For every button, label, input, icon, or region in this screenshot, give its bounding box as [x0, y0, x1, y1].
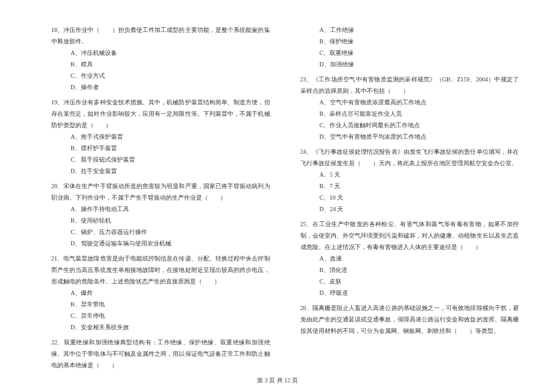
option-b: B、使用砂轮机 [51, 215, 270, 226]
option-b: B、摆杆护手装置 [51, 142, 270, 154]
left-column: 18、冲压作业中（ ）担负着使工件加工成型的主要功能，是整个系统能量的集中释放部… [51, 24, 270, 375]
option-b: B、保护绝缘 [300, 36, 519, 47]
option-a: A、推手式保护装置 [51, 131, 270, 142]
option-c: C、作业方式 [51, 70, 270, 81]
option-d: D、安全相关系统失效 [51, 321, 270, 333]
question-text: 26、隔离栅是阻止人畜进入高速公路的基础设施之一，可有效地排除横向干扰，避免由此… [300, 302, 519, 337]
question-text: 19、冲压作业有多种安全技术措施。其中，机械防护装置结构简单、制造方便，但存在某… [51, 96, 270, 131]
question-text: 21、电气装置故障危害是由于电能或控制信息在传递、分配、转换过程中央去控制而产生… [51, 253, 270, 287]
question-text: 25、在工业生产中散发的各种粉尘、有害气体和蒸气等有毒有害物，如果不加控制，会使… [300, 218, 519, 253]
question-20: 20、宋体在生产中手臂振动所造的危害较为明显和严重，国家已将手臂振动病列为职业病… [51, 180, 270, 249]
option-d: D、呼吸道 [300, 287, 519, 299]
option-d: D、拉手安全装置 [51, 165, 270, 177]
question-21: 21、电气装置故障危害是由于电能或控制信息在传递、分配、转换过程中央去控制而产生… [51, 253, 270, 333]
question-text: 20、宋体在生产中手臂振动所造的危害较为明显和严重，国家已将手臂振动病列为职业病… [51, 180, 270, 203]
question-text: 22、双重绝缘和加强绝缘典型结构有：工作绝缘、保护绝缘、双重绝缘和加强绝缘。其中… [51, 337, 270, 371]
option-c: C、异常停电 [51, 310, 270, 321]
page-footer: 第 3 页 共 12 页 [0, 376, 555, 385]
option-c: C、锅炉、压力容器运行操作 [51, 226, 270, 238]
option-b: B、模具 [51, 58, 270, 70]
option-a: A、5 天 [300, 169, 519, 180]
question-19: 19、冲压作业有多种安全技术措施。其中，机械防护装置结构简单、制造方便，但存在某… [51, 96, 270, 177]
right-column: A、工作绝缘 B、保护绝缘 C、双重绝缘 D、加强绝缘 23、《工作场所空气中有… [300, 24, 519, 375]
option-a: A、爆炸 [51, 287, 270, 299]
option-c: C、10 天 [300, 192, 519, 203]
option-a: A、工作绝缘 [300, 24, 519, 36]
question-23: 23、《工作场所空气中有害物质监测的采样规范》（GB、Z159、2004）中规定… [300, 74, 519, 142]
option-b: B、7 天 [300, 180, 519, 192]
option-a: A、空气中有害物质浓度最高的工作地点 [300, 96, 519, 108]
option-d: D、24 天 [300, 203, 519, 215]
option-d: D、操作者 [51, 81, 270, 93]
question-text: 18、冲压作业中（ ）担负着使工件加工成型的主要功能，是整个系统能量的集中释放部… [51, 24, 270, 47]
option-a: A、血液 [300, 253, 519, 264]
question-26: 26、隔离栅是阻止人畜进入高速公路的基础设施之一，可有效地排除横向干扰，避免由此… [300, 302, 519, 337]
option-c: C、双重绝缘 [300, 47, 519, 58]
option-d: D、驾驶交通运输车辆与使用农业机械 [51, 238, 270, 249]
question-25: 25、在工业生产中散发的各种粉尘、有害气体和蒸气等有毒有害物，如果不加控制，会使… [300, 218, 519, 299]
question-text: 24、《飞行事故征侯处理情况报告表》由发生飞行事故征候的责任单位填写，并在飞行事… [300, 146, 519, 169]
option-c: C、作业人员接触时间最长的工作地点 [300, 119, 519, 131]
document-page: 18、冲压作业中（ ）担负着使工件加工成型的主要功能，是整个系统能量的集中释放部… [0, 0, 555, 392]
option-b: B、异常带电 [51, 299, 270, 310]
option-d: D、空气中有害物质平均浓度的工作地点 [300, 131, 519, 142]
option-d: D、加强绝缘 [300, 58, 519, 70]
question-22: 22、双重绝缘和加强绝缘典型结构有：工作绝缘、保护绝缘、双重绝缘和加强绝缘。其中… [51, 337, 270, 371]
question-18: 18、冲压作业中（ ）担负着使工件加工成型的主要功能，是整个系统能量的集中释放部… [51, 24, 270, 93]
question-text: 23、《工作场所空气中有害物质监测的采样规范》（GB、Z159、2004）中规定… [300, 74, 519, 96]
option-c: C、双手按钮式保护装置 [51, 154, 270, 165]
option-a: A、冲压机械设备 [51, 47, 270, 58]
option-a: A、操作手持电动工具 [51, 203, 270, 215]
option-b: B、采样点尽可能靠近作业人员 [300, 108, 519, 119]
question-24: 24、《飞行事故征侯处理情况报告表》由发生飞行事故征候的责任单位填写，并在飞行事… [300, 146, 519, 215]
question-22-options: A、工作绝缘 B、保护绝缘 C、双重绝缘 D、加强绝缘 [300, 24, 519, 70]
option-b: B、消化道 [300, 264, 519, 276]
option-c: C、皮肤 [300, 276, 519, 287]
